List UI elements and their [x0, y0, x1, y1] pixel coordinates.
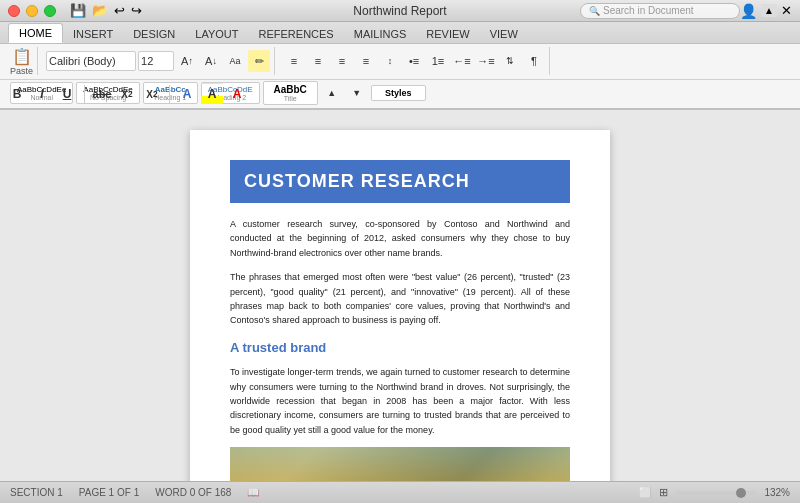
decrease-font-button[interactable]: A↓ [200, 50, 222, 72]
zoom-level: 132% [764, 487, 790, 498]
text-highlight-button[interactable]: A [201, 83, 223, 105]
indent-button[interactable]: →≡ [475, 50, 497, 72]
outdent-button[interactable]: ←≡ [451, 50, 473, 72]
minimize-button[interactable] [26, 5, 38, 17]
styles-scroll-up[interactable]: ▲ [321, 82, 343, 104]
style-title-preview: AaBbC [270, 84, 311, 95]
sort-button[interactable]: ⇅ [499, 50, 521, 72]
redo-icon[interactable]: ↪ [131, 3, 142, 18]
title-bar: 💾 📂 ↩ ↪ Northwind Report 🔍 Search in Doc… [0, 0, 800, 22]
collapse-ribbon-icon[interactable]: ▲ [761, 4, 777, 17]
sky-overlay [230, 447, 570, 481]
zoom-slider[interactable] [676, 491, 756, 495]
styles-panel-label: Styles [378, 88, 419, 98]
save-icon[interactable]: 💾 [70, 3, 86, 18]
align-center-button[interactable]: ≡ [307, 50, 329, 72]
search-icon: 🔍 [589, 6, 600, 16]
layout-icon[interactable]: ⬜ [639, 487, 651, 498]
document-page: CUSTOMER RESEARCH A customer research su… [190, 130, 610, 481]
paste-button[interactable]: 📋 Paste [10, 47, 33, 76]
search-placeholder: Search in Document [603, 5, 694, 16]
toolbar-row1: 📋 Paste A↑ A↓ Aa ✏ ≡ ≡ ≡ ≡ ↕ •≡ 1≡ ←≡ →≡… [0, 44, 800, 80]
font-group: A↑ A↓ Aa ✏ [42, 47, 275, 75]
paste-label: Paste [10, 66, 33, 76]
style-title[interactable]: AaBbC Title [263, 81, 318, 105]
font-size-input[interactable] [138, 51, 174, 71]
clear-format-button[interactable]: Aa [224, 50, 246, 72]
align-left-button[interactable]: ≡ [283, 50, 305, 72]
user-icon[interactable]: 👤 [740, 3, 757, 19]
tab-layout[interactable]: LAYOUT [185, 25, 248, 43]
tab-review[interactable]: REVIEW [416, 25, 479, 43]
window-title: Northwind Report [353, 4, 446, 18]
paragraph-group: ≡ ≡ ≡ ≡ ↕ •≡ 1≡ ←≡ →≡ ⇅ ¶ [279, 47, 550, 75]
bold-button[interactable]: B [6, 83, 28, 105]
tab-view[interactable]: VIEW [480, 25, 528, 43]
document-para3[interactable]: To investigate longer-term trends, we ag… [230, 365, 570, 437]
bullet-list-button[interactable]: •≡ [403, 50, 425, 72]
status-section: SECTION 1 [10, 487, 63, 498]
status-right: ⬜ ⊞ 132% [639, 486, 790, 499]
document-para2[interactable]: The phrases that emerged most often were… [230, 270, 570, 328]
style-title-label: Title [270, 95, 311, 102]
underline-button[interactable]: U [56, 83, 78, 105]
section-heading: A trusted brand [230, 338, 570, 358]
undo-icon[interactable]: ↩ [114, 3, 125, 18]
zoom-thumb[interactable] [736, 488, 746, 498]
document-container: CUSTOMER RESEARCH A customer research su… [0, 110, 800, 481]
align-right-button[interactable]: ≡ [331, 50, 353, 72]
document-title: CUSTOMER RESEARCH [244, 168, 556, 195]
line-spacing-button[interactable]: ↕ [379, 50, 401, 72]
document-para1[interactable]: A customer research survey, co-sponsored… [230, 217, 570, 260]
status-book-icon[interactable]: 📖 [247, 487, 259, 498]
status-page: PAGE 1 OF 1 [79, 487, 139, 498]
subscript-button[interactable]: X2 [116, 83, 138, 105]
styles-panel-button[interactable]: Styles [371, 85, 426, 101]
show-marks-button[interactable]: ¶ [523, 50, 545, 72]
separator-1 [84, 85, 85, 103]
italic-button[interactable]: I [31, 83, 53, 105]
font-color-button[interactable]: A [226, 83, 248, 105]
tab-home[interactable]: HOME [8, 23, 63, 43]
tab-mailings[interactable]: MAILINGS [344, 25, 417, 43]
font-name-input[interactable] [46, 51, 136, 71]
title-search-box[interactable]: 🔍 Search in Document [580, 3, 740, 19]
status-bar: SECTION 1 PAGE 1 OF 1 WORD 0 OF 168 📖 ⬜ … [0, 481, 800, 503]
traffic-lights [8, 5, 56, 17]
separator-2 [169, 85, 170, 103]
folder-icon[interactable]: 📂 [92, 3, 108, 18]
justify-button[interactable]: ≡ [355, 50, 377, 72]
maximize-button[interactable] [44, 5, 56, 17]
tab-references[interactable]: REFERENCES [249, 25, 344, 43]
view-icon[interactable]: ⊞ [659, 486, 668, 499]
document-image [230, 447, 570, 481]
ribbon-tabs: HOME INSERT DESIGN LAYOUT REFERENCES MAI… [0, 22, 800, 44]
tab-design[interactable]: DESIGN [123, 25, 185, 43]
tab-insert[interactable]: INSERT [63, 25, 123, 43]
superscript-button[interactable]: X2 [141, 83, 163, 105]
highlight-button[interactable]: ✏ [248, 50, 270, 72]
styles-more[interactable]: ▼ [346, 82, 368, 104]
numbered-list-button[interactable]: 1≡ [427, 50, 449, 72]
increase-font-button[interactable]: A↑ [176, 50, 198, 72]
close-button[interactable] [8, 5, 20, 17]
paste-group: 📋 Paste [6, 47, 38, 75]
document-title-box: CUSTOMER RESEARCH [230, 160, 570, 203]
window-close-icon[interactable]: ✕ [781, 3, 792, 18]
text-effects-button[interactable]: A [176, 83, 198, 105]
status-word: WORD 0 OF 168 [155, 487, 231, 498]
strikethrough-button[interactable]: abc [91, 83, 113, 105]
